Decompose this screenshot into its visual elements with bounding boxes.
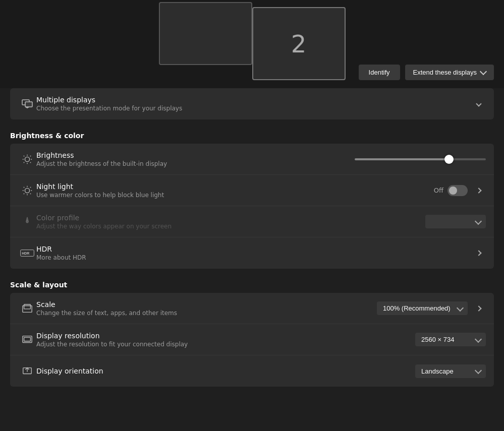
svg-point-13	[25, 188, 29, 193]
brightness-color-card: Brightness Adjust the brightness of the …	[10, 144, 494, 269]
night-light-chevron-btn[interactable]	[472, 183, 486, 198]
svg-line-7	[24, 155, 24, 156]
display-resolution-subtitle: Adjust the resolution to fit your connec…	[36, 341, 415, 348]
svg-line-17	[30, 193, 31, 194]
scale-layout-card: Scale Change the size of text, apps, and…	[10, 293, 494, 387]
svg-rect-29	[24, 337, 31, 341]
resolution-dropdown-wrap: 2560 × 734	[415, 333, 486, 346]
scale-dropdown-wrap: 100% (Recommended)	[377, 301, 468, 315]
hdr-subtitle: More about HDR	[36, 254, 472, 261]
multiple-displays-subtitle: Choose the presentation mode for your di…	[36, 105, 472, 112]
display-resolution-title: Display resolution	[36, 332, 415, 340]
svg-rect-27	[24, 304, 31, 309]
svg-line-16	[24, 187, 24, 187]
brightness-slider[interactable]	[355, 158, 486, 160]
display-orientation-row: Display orientation Landscape	[10, 355, 494, 387]
scale-row: Scale Change the size of text, apps, and…	[10, 293, 494, 324]
display-orientation-action: Landscape	[415, 364, 486, 378]
hdr-chevron-icon	[476, 250, 481, 256]
scale-action: 100% (Recommended)	[377, 301, 486, 316]
night-light-subtitle: Use warmer colors to help block blue lig…	[36, 192, 434, 199]
scale-chevron-icon	[476, 305, 481, 311]
color-profile-row: Color profile Adjust the way colors appe…	[10, 206, 494, 237]
hdr-title: HDR	[36, 245, 472, 253]
hdr-icon: HDR	[18, 249, 36, 258]
night-light-toggle-knob	[449, 187, 457, 195]
display-orientation-title: Display orientation	[36, 367, 415, 375]
display-orientation-content: Display orientation	[36, 367, 415, 375]
monitor-1	[159, 2, 252, 65]
brightness-row: Brightness Adjust the brightness of the …	[10, 144, 494, 175]
night-light-chevron-icon	[476, 188, 481, 193]
color-profile-action	[425, 215, 486, 228]
scale-title: Scale	[36, 300, 377, 309]
svg-text:HDR: HDR	[22, 252, 29, 255]
night-light-toggle[interactable]	[447, 185, 468, 196]
multiple-displays-row[interactable]: Multiple displays Choose the presentatio…	[10, 88, 494, 119]
display-resolution-row: Display resolution Adjust the resolution…	[10, 324, 494, 355]
night-light-content: Night light Use warmer colors to help bl…	[36, 182, 434, 199]
brightness-content: Brightness Adjust the brightness of the …	[36, 151, 355, 167]
hdr-action	[472, 246, 486, 260]
svg-line-21	[30, 187, 31, 187]
night-light-action: Off	[434, 183, 486, 198]
color-profile-icon	[18, 216, 36, 227]
identify-button[interactable]: Identify	[359, 65, 400, 80]
brightness-color-section-header: Brightness & color	[10, 121, 494, 144]
display-resolution-action: 2560 × 734	[415, 333, 486, 346]
display-resolution-icon	[18, 334, 36, 345]
resolution-dropdown[interactable]: 2560 × 734	[415, 333, 486, 346]
svg-line-8	[30, 162, 31, 162]
hdr-chevron-btn[interactable]	[472, 246, 486, 260]
night-light-toggle-wrap: Off	[434, 185, 468, 196]
display-preview-area: 2 Identify Extend these displays	[0, 0, 504, 88]
brightness-subtitle: Adjust the brightness of the built-in di…	[36, 160, 355, 167]
night-light-icon	[18, 185, 36, 196]
display-orientation-icon	[18, 365, 36, 377]
night-light-row: Night light Use warmer colors to help bl…	[10, 175, 494, 206]
scale-content: Scale Change the size of text, apps, and…	[36, 300, 377, 317]
settings-list: Multiple displays Choose the presentatio…	[0, 88, 504, 387]
scale-subtitle: Change the size of text, apps, and other…	[36, 310, 377, 317]
extend-chevron-icon	[480, 68, 487, 75]
svg-line-11	[24, 162, 24, 162]
svg-point-4	[25, 157, 29, 161]
multiple-displays-card: Multiple displays Choose the presentatio…	[10, 88, 494, 119]
monitor-container: 2	[159, 7, 346, 80]
brightness-title: Brightness	[36, 151, 355, 159]
orientation-dropdown[interactable]: Landscape	[415, 364, 486, 378]
scale-icon	[18, 303, 36, 314]
multiple-displays-icon	[18, 98, 36, 110]
scale-chevron-btn[interactable]	[472, 301, 486, 316]
scale-dropdown[interactable]: 100% (Recommended)	[377, 301, 468, 315]
action-bar: Identify Extend these displays	[359, 65, 494, 80]
multiple-displays-expand-icon	[472, 97, 486, 111]
brightness-icon	[18, 154, 36, 165]
night-light-status: Off	[434, 187, 443, 194]
monitor-2-label: 2	[291, 30, 307, 58]
night-light-title: Night light	[36, 182, 434, 191]
brightness-slider-thumb	[444, 155, 454, 164]
monitor-2: 2	[252, 7, 346, 80]
display-resolution-content: Display resolution Adjust the resolution…	[36, 332, 415, 348]
extend-label: Extend these displays	[413, 69, 477, 76]
svg-rect-1	[25, 102, 32, 107]
svg-line-12	[30, 155, 31, 156]
brightness-slider-wrap[interactable]	[355, 158, 486, 160]
multiple-displays-title: Multiple displays	[36, 96, 472, 104]
color-profile-dropdown[interactable]	[425, 215, 486, 228]
hdr-content: HDR More about HDR	[36, 245, 472, 261]
multiple-displays-content: Multiple displays Choose the presentatio…	[36, 96, 472, 112]
extend-button[interactable]: Extend these displays	[405, 65, 494, 80]
color-profile-title: Color profile	[36, 214, 425, 222]
color-profile-dropdown-wrap	[425, 215, 486, 228]
color-profile-content: Color profile Adjust the way colors appe…	[36, 214, 425, 230]
svg-line-20	[24, 193, 24, 194]
scale-layout-section-header: Scale & layout	[10, 271, 494, 293]
color-profile-subtitle: Adjust the way colors appear on your scr…	[36, 223, 425, 230]
hdr-row[interactable]: HDR HDR More about HDR	[10, 237, 494, 269]
orientation-dropdown-wrap: Landscape	[415, 364, 486, 378]
expand-chevron-icon	[476, 101, 481, 106]
